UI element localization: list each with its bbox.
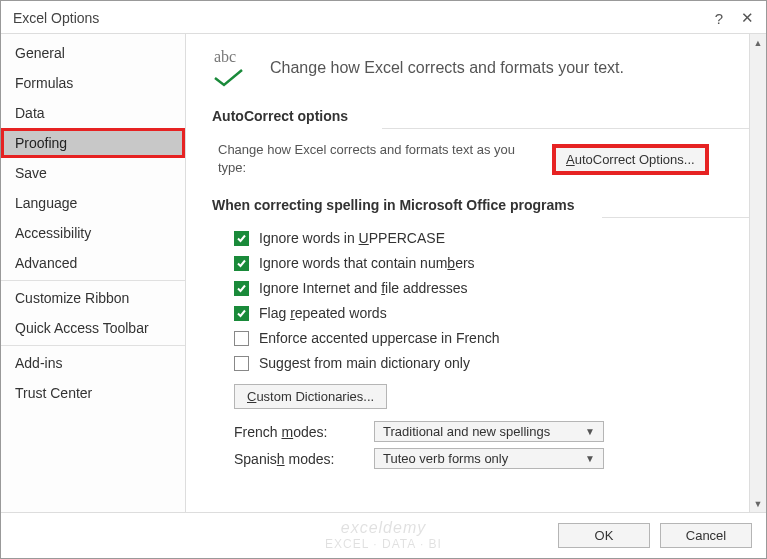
- checkbox-icon: [234, 231, 249, 246]
- titlebar: Excel Options ? ✕: [1, 1, 766, 33]
- divider: [602, 217, 758, 218]
- page-heading-text: Change how Excel corrects and formats yo…: [270, 59, 624, 77]
- sidebar-item-data[interactable]: Data: [1, 98, 185, 128]
- sidebar-item-proofing[interactable]: Proofing: [1, 128, 185, 158]
- french-modes-dropdown[interactable]: Traditional and new spellings ▼: [374, 421, 604, 442]
- help-button[interactable]: ?: [715, 10, 723, 27]
- sidebar-item-trust-center[interactable]: Trust Center: [1, 378, 185, 408]
- check-label: Suggest from main dictionary only: [259, 355, 470, 371]
- sidebar-item-save[interactable]: Save: [1, 158, 185, 188]
- autocorrect-row: Change how Excel corrects and formats te…: [212, 141, 758, 177]
- checkbox-icon: [234, 281, 249, 296]
- checkbox-icon: [234, 356, 249, 371]
- sidebar-item-customize-ribbon[interactable]: Customize Ribbon: [1, 283, 185, 313]
- spanish-modes-dropdown[interactable]: Tuteo verb forms only ▼: [374, 448, 604, 469]
- check-label: Ignore Internet and file addresses: [259, 280, 468, 296]
- dialog-body: General Formulas Data Proofing Save Lang…: [1, 33, 766, 513]
- sidebar-item-quick-access-toolbar[interactable]: Quick Access Toolbar: [1, 313, 185, 343]
- dropdown-value: Tuteo verb forms only: [383, 451, 508, 466]
- scrollbar[interactable]: ▲ ▼: [749, 34, 766, 512]
- spelling-section-title: When correcting spelling in Microsoft Of…: [212, 197, 758, 213]
- spanish-modes-label: Spanish modes:: [234, 451, 354, 467]
- sidebar: General Formulas Data Proofing Save Lang…: [1, 34, 186, 512]
- excel-options-dialog: Excel Options ? ✕ General Formulas Data …: [0, 0, 767, 559]
- dropdown-value: Traditional and new spellings: [383, 424, 550, 439]
- check-flag-repeated[interactable]: Flag repeated words: [234, 305, 758, 321]
- sidebar-item-formulas[interactable]: Formulas: [1, 68, 185, 98]
- chevron-down-icon: ▼: [585, 426, 595, 437]
- check-label: Flag repeated words: [259, 305, 387, 321]
- check-enforce-accented[interactable]: Enforce accented uppercase in French: [234, 330, 758, 346]
- autocorrect-description: Change how Excel corrects and formats te…: [218, 141, 538, 177]
- check-label: Enforce accented uppercase in French: [259, 330, 499, 346]
- sidebar-item-general[interactable]: General: [1, 38, 185, 68]
- chevron-down-icon: ▼: [585, 453, 595, 464]
- french-modes-label: French modes:: [234, 424, 354, 440]
- autocorrect-options-button[interactable]: AutoCorrect Options...: [552, 144, 709, 175]
- window-title: Excel Options: [13, 10, 697, 26]
- sidebar-separator: [1, 280, 185, 281]
- sidebar-item-accessibility[interactable]: Accessibility: [1, 218, 185, 248]
- check-label: Ignore words that contain numbers: [259, 255, 475, 271]
- checkbox-icon: [234, 256, 249, 271]
- check-ignore-internet[interactable]: Ignore Internet and file addresses: [234, 280, 758, 296]
- check-label: Ignore words in UPPERCASE: [259, 230, 445, 246]
- scroll-up-icon[interactable]: ▲: [750, 34, 766, 51]
- spelling-checklist: Ignore words in UPPERCASE Ignore words t…: [212, 230, 758, 371]
- dialog-footer: OK Cancel: [1, 513, 766, 558]
- sidebar-separator: [1, 345, 185, 346]
- autocorrect-section-title: AutoCorrect options: [212, 108, 758, 124]
- close-button[interactable]: ✕: [741, 9, 754, 27]
- check-ignore-numbers[interactable]: Ignore words that contain numbers: [234, 255, 758, 271]
- check-ignore-uppercase[interactable]: Ignore words in UPPERCASE: [234, 230, 758, 246]
- ok-button[interactable]: OK: [558, 523, 650, 548]
- cancel-button[interactable]: Cancel: [660, 523, 752, 548]
- scroll-down-icon[interactable]: ▼: [750, 495, 766, 512]
- sidebar-item-advanced[interactable]: Advanced: [1, 248, 185, 278]
- check-suggest-main-dict[interactable]: Suggest from main dictionary only: [234, 355, 758, 371]
- sidebar-item-add-ins[interactable]: Add-ins: [1, 348, 185, 378]
- divider: [382, 128, 758, 129]
- french-modes-row: French modes: Traditional and new spelli…: [234, 421, 758, 442]
- proofing-icon: abc: [212, 48, 256, 88]
- page-heading: abc Change how Excel corrects and format…: [212, 48, 758, 88]
- checkbox-icon: [234, 306, 249, 321]
- sidebar-item-language[interactable]: Language: [1, 188, 185, 218]
- checkbox-icon: [234, 331, 249, 346]
- custom-dictionaries-button[interactable]: Custom Dictionaries...: [234, 384, 387, 409]
- content-pane: abc Change how Excel corrects and format…: [186, 34, 766, 512]
- spanish-modes-row: Spanish modes: Tuteo verb forms only ▼: [234, 448, 758, 469]
